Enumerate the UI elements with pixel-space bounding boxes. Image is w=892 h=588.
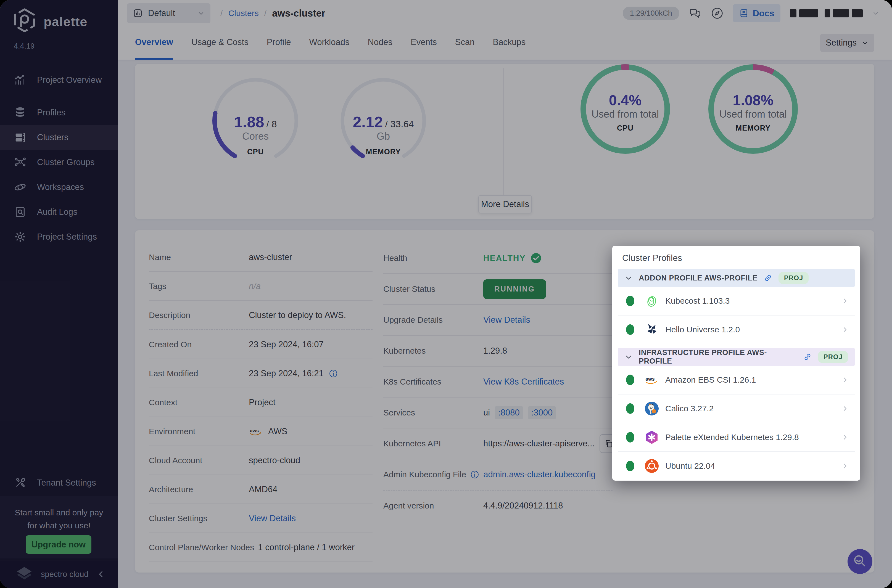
chevron-down-icon [625,353,633,361]
link-icon [803,352,812,362]
link-icon [764,274,772,282]
chevron-right-icon [841,297,849,305]
status-dot [626,375,634,385]
profile-layer-palette-extended-kubernetes-1-29-8[interactable]: Palette eXtended Kubernetes 1.29.8 [618,423,855,452]
status-dot [626,296,634,306]
profile-section-name: INFRASTRUCTURE PROFILE AWS-PROFILE [639,348,797,366]
profiles-list: ADDON PROFILE AWS-PROFILEPROJKubecost 1.… [618,269,855,480]
status-dot [626,404,634,414]
profile-layer-name: Calico 3.27.2 [665,404,713,413]
profile-section-header[interactable]: INFRASTRUCTURE PROFILE AWS-PROFILEPROJ [618,348,855,366]
chevron-right-icon [841,462,849,470]
calico-logo [644,401,659,416]
hello-universe-logo [644,322,659,337]
profile-layer-calico-3-27-2[interactable]: Calico 3.27.2 [618,394,855,423]
svg-text:aws: aws [646,376,655,382]
profile-layer-name: Hello Universe 1.2.0 [665,325,740,334]
chevron-right-icon [841,433,849,441]
scope-badge: PROJ [818,351,848,363]
status-dot [626,461,634,471]
scope-badge: PROJ [778,272,809,284]
chevron-down-icon [625,274,633,282]
profile-layer-kubecost-1-103-3[interactable]: Kubecost 1.103.3 [618,287,855,315]
profile-layer-name: Kubecost 1.103.3 [665,296,730,306]
profile-layer-ubuntu-22-04[interactable]: Ubuntu 22.04 [618,452,855,480]
profile-layer-name: Palette eXtended Kubernetes 1.29.8 [665,433,799,442]
chevron-right-icon [841,326,849,334]
profile-section-header[interactable]: ADDON PROFILE AWS-PROFILEPROJ [618,269,855,287]
status-dot [626,432,634,442]
palette-console: palette 4.4.19 Project OverviewProfilesC… [0,0,892,588]
aws-logo: aws [644,372,659,387]
cluster-profiles-popup: Cluster Profiles ADDON PROFILE AWS-PROFI… [612,246,860,481]
profile-layer-name: Amazon EBS CSI 1.26.1 [665,375,756,384]
pxk-logo [644,430,659,445]
profile-section-name: ADDON PROFILE AWS-PROFILE [639,274,757,282]
profile-layer-amazon-ebs-csi-1-26-1[interactable]: awsAmazon EBS CSI 1.26.1 [618,366,855,394]
chevron-right-icon [841,376,849,384]
ubuntu-logo [644,459,659,473]
profile-layer-name: Ubuntu 22.04 [665,461,715,471]
chevron-right-icon [841,404,849,413]
kubecost-logo [644,294,659,308]
profile-layer-hello-universe-1-2-0[interactable]: Hello Universe 1.2.0 [618,315,855,344]
popup-title: Cluster Profiles [622,253,855,263]
status-dot [626,324,634,335]
